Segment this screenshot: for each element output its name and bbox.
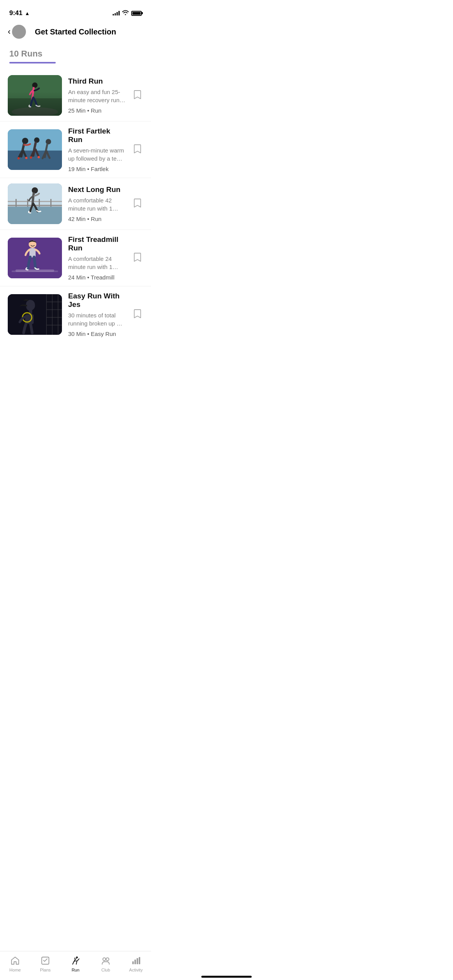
svg-point-12 (30, 156, 32, 159)
run-thumbnail-third-run (8, 75, 62, 116)
svg-rect-0 (8, 75, 62, 116)
run-description: A seven-minute warm up followed by a ten… (68, 146, 125, 163)
svg-rect-22 (50, 199, 51, 207)
svg-rect-19 (15, 199, 17, 207)
svg-rect-21 (39, 199, 40, 207)
svg-point-3 (32, 82, 38, 88)
run-info-treadmill: First Treadmill Run A comfortable 24 min… (68, 235, 125, 281)
run-info-long-run: Next Long Run A comfortable 42 minute ru… (68, 185, 125, 222)
run-title: First Treadmill Run (68, 235, 125, 252)
list-item[interactable]: First Fartlek Run A seven-minute warm up… (0, 122, 151, 178)
svg-point-11 (25, 157, 27, 159)
svg-point-23 (32, 187, 38, 194)
signal-icon (113, 11, 120, 15)
run-meta: 30 Min • Easy Run (68, 331, 125, 337)
svg-point-13 (38, 156, 40, 158)
svg-point-10 (17, 157, 20, 159)
run-title: First Fartlek Run (68, 127, 125, 144)
run-description: An easy and fun 25-minute recovery run w… (68, 88, 125, 104)
header: ‹ Get Started Collection (0, 21, 151, 43)
list-item[interactable]: Next Long Run A comfortable 42 minute ru… (0, 178, 151, 230)
status-icons (113, 10, 142, 16)
list-item[interactable]: First Treadmill Run A comfortable 24 min… (0, 230, 151, 286)
list-item[interactable]: Third Run An easy and fun 25-minute reco… (0, 70, 151, 122)
svg-point-7 (22, 138, 28, 144)
run-title: Third Run (68, 77, 125, 86)
page-title: Get Started Collection (35, 27, 116, 36)
run-title: Easy Run With Jes (68, 292, 125, 309)
run-thumbnail-easy-run (8, 294, 62, 335)
status-bar: 9:41 ▲ (0, 0, 151, 21)
location-arrow-icon: ▲ (25, 10, 30, 16)
list-item[interactable]: Easy Run With Jes 30 minutes of total ru… (0, 286, 151, 343)
run-meta: 24 Min • Treadmill (68, 274, 125, 281)
run-title: Next Long Run (68, 185, 125, 194)
svg-rect-29 (12, 271, 58, 272)
run-info-fartlek: First Fartlek Run A seven-minute warm up… (68, 127, 125, 172)
svg-rect-20 (27, 199, 28, 207)
run-thumbnail-treadmill (8, 238, 62, 278)
back-chevron-icon: ‹ (8, 27, 10, 36)
svg-rect-5 (8, 151, 62, 170)
back-avatar (12, 25, 26, 39)
bookmark-button[interactable] (132, 196, 143, 212)
bookmark-button[interactable] (132, 142, 143, 158)
svg-rect-16 (8, 207, 62, 224)
svg-point-2 (12, 107, 58, 116)
bookmark-button[interactable] (132, 250, 143, 266)
battery-icon (131, 11, 142, 16)
run-meta: 42 Min • Run (68, 216, 125, 222)
status-time: 9:41 ▲ (9, 9, 30, 17)
svg-rect-1 (8, 98, 62, 116)
run-info-easy-run: Easy Run With Jes 30 minutes of total ru… (68, 292, 125, 337)
run-description: A comfortable 24 minute run with 1 minut… (68, 255, 125, 271)
run-thumbnail-long-run (8, 183, 62, 224)
svg-point-9 (46, 139, 51, 144)
run-meta: 25 Min • Run (68, 107, 125, 114)
runs-count: 10 Runs (9, 49, 142, 59)
bookmark-button[interactable] (132, 307, 143, 322)
wifi-icon (122, 10, 129, 16)
run-meta: 19 Min • Fartlek (68, 166, 125, 172)
bookmark-button[interactable] (132, 88, 143, 103)
back-button[interactable]: ‹ (8, 25, 26, 39)
run-info-third-run: Third Run An easy and fun 25-minute reco… (68, 77, 125, 114)
svg-rect-31 (8, 294, 62, 335)
run-thumbnail-fartlek (8, 129, 62, 170)
runs-section: 10 Runs (0, 43, 151, 63)
run-description: 30 minutes of total running broken up by… (68, 311, 125, 327)
run-description: A comfortable 42 minute run with 1 minut… (68, 196, 125, 212)
run-list: Third Run An easy and fun 25-minute reco… (0, 63, 151, 373)
